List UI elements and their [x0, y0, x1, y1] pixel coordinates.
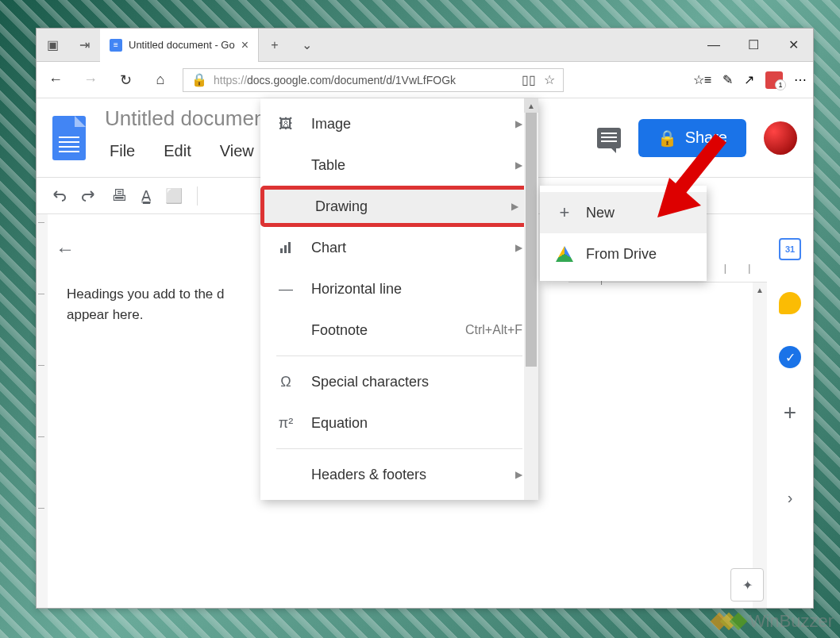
pi-icon: π² [276, 415, 295, 432]
minimize-button[interactable]: — [694, 29, 734, 62]
explore-button[interactable]: ✦ [730, 568, 764, 601]
watermark: WinBuzzer [716, 611, 834, 632]
docs-app: Untitled document File Edit View Insert … [37, 98, 813, 608]
browser-tab-bar: ▣ ⇥ ≡ Untitled document - Go × + ⌄ — ☐ ✕ [37, 29, 813, 62]
side-panel: 31 ✓ + › [767, 214, 813, 507]
url-text: https://docs.google.com/document/d/1VwLf… [214, 74, 456, 86]
tab-chevron-icon[interactable]: ⌄ [291, 37, 322, 52]
submenu-arrow-icon: ▶ [515, 160, 522, 171]
menu-view[interactable]: View [215, 139, 259, 170]
insert-equation[interactable]: π² Equation [260, 402, 538, 444]
insert-footnote-label: Footnote [311, 322, 368, 339]
new-tab-button[interactable]: + [259, 38, 291, 52]
drive-icon [556, 246, 573, 262]
undo-icon[interactable] [51, 186, 67, 206]
right-scrollbar[interactable]: ▲ [753, 282, 767, 608]
spellcheck-icon[interactable]: A̲ [141, 187, 151, 205]
forward-button[interactable]: → [78, 67, 103, 93]
url-input[interactable]: 🔒 https://docs.google.com/document/d/1Vw… [183, 68, 564, 92]
menu-file[interactable]: File [105, 139, 140, 170]
insert-hf-label: Headers & footers [311, 467, 426, 483]
insert-drawing-label: Drawing [315, 198, 368, 215]
svg-rect-2 [288, 242, 291, 253]
chart-icon [276, 240, 295, 255]
share-label: Share [685, 129, 727, 147]
insert-equation-label: Equation [311, 415, 368, 432]
lock-icon: 🔒 [657, 129, 677, 148]
insert-footnote[interactable]: Footnote Ctrl+Alt+F [260, 309, 538, 351]
settings-menu-icon[interactable]: ⋯ [794, 72, 807, 87]
add-addon-icon[interactable]: + [784, 400, 796, 425]
svg-rect-0 [280, 248, 283, 253]
insert-chart-label: Chart [311, 240, 346, 256]
plus-icon: + [556, 202, 573, 223]
docs-favicon-icon: ≡ [110, 39, 122, 52]
watermark-text: WinBuzzer [749, 611, 834, 632]
outline-panel: ← Headings you add to the d appear here. [37, 214, 259, 608]
insert-chart[interactable]: Chart ▶ [260, 227, 538, 268]
share-button[interactable]: 🔒 Share [638, 119, 746, 157]
submenu-arrow-icon: ▶ [515, 118, 522, 129]
insert-table[interactable]: Table ▶ [260, 144, 538, 186]
outline-hint-text: Headings you add to the d appear here. [67, 284, 240, 325]
outline-back-icon[interactable]: ← [56, 238, 240, 260]
insert-horizontal-line[interactable]: — Horizontal line [260, 268, 538, 309]
tab-title: Untitled document - Go [129, 39, 235, 51]
comments-icon[interactable] [597, 128, 621, 148]
tasks-icon[interactable]: ✓ [779, 346, 801, 368]
drawing-submenu: + New From Drive [540, 186, 707, 281]
insert-image-label: Image [311, 116, 351, 133]
set-aside-icon[interactable]: ⇥ [68, 29, 100, 62]
tab-actions-icon[interactable]: ▣ [37, 29, 68, 62]
notes-icon[interactable]: ✎ [722, 72, 733, 87]
image-icon: 🖼 [276, 116, 295, 133]
redo-icon[interactable] [81, 186, 97, 206]
insert-dropdown: 🖼 Image ▶ Table ▶ Drawing ▶ Chart ▶ — [260, 98, 538, 500]
browser-tab[interactable]: ≡ Untitled document - Go × [100, 29, 259, 62]
favorites-icon[interactable]: ☆≡ [693, 72, 711, 87]
drawing-new-label: New [586, 205, 615, 221]
scroll-thumb[interactable] [526, 113, 537, 367]
docs-logo-icon[interactable] [52, 116, 86, 160]
submenu-arrow-icon: ▶ [515, 469, 522, 480]
insert-image[interactable]: 🖼 Image ▶ [260, 103, 538, 144]
account-avatar[interactable] [764, 121, 797, 155]
insert-table-label: Table [311, 157, 345, 174]
share-icon[interactable]: ↗ [744, 72, 754, 87]
scroll-up-icon[interactable]: ▲ [524, 98, 538, 113]
insert-special-chars[interactable]: Ω Special characters [260, 361, 538, 402]
paint-format-icon[interactable]: ⬜ [165, 187, 183, 205]
insert-headers-footers[interactable]: Headers & footers ▶ [260, 454, 538, 495]
collapse-panel-icon[interactable]: › [788, 489, 793, 507]
maximize-button[interactable]: ☐ [734, 29, 773, 62]
browser-window: ▣ ⇥ ≡ Untitled document - Go × + ⌄ — ☐ ✕… [36, 28, 814, 609]
scroll-up-icon[interactable]: ▲ [753, 282, 767, 297]
submenu-arrow-icon: ▶ [511, 201, 518, 212]
print-icon[interactable]: 🖶 [111, 186, 127, 205]
back-button[interactable]: ← [43, 67, 68, 93]
left-ruler [37, 214, 48, 608]
dropdown-scrollbar[interactable]: ▲ [524, 98, 538, 500]
reading-view-icon[interactable]: ▯▯ [522, 72, 536, 87]
footnote-shortcut: Ctrl+Alt+F [465, 323, 522, 337]
horizontal-line-icon: — [276, 281, 295, 298]
drawing-drive-label: From Drive [586, 246, 657, 263]
menu-edit[interactable]: Edit [159, 139, 195, 170]
close-window-button[interactable]: ✕ [773, 29, 813, 62]
insert-special-label: Special characters [311, 374, 429, 390]
drawing-from-drive[interactable]: From Drive [540, 233, 707, 275]
home-button[interactable]: ⌂ [148, 67, 173, 93]
extension-badge-icon[interactable] [765, 71, 783, 89]
omega-icon: Ω [276, 374, 295, 390]
drawing-new[interactable]: + New [540, 192, 707, 233]
favorite-icon[interactable]: ☆ [544, 72, 555, 87]
svg-rect-1 [284, 245, 287, 253]
calendar-icon[interactable]: 31 [779, 238, 801, 260]
submenu-arrow-icon: ▶ [515, 242, 522, 253]
close-tab-icon[interactable]: × [241, 38, 249, 52]
keep-icon[interactable] [779, 292, 801, 314]
refresh-button[interactable]: ↻ [113, 67, 138, 93]
lock-icon: 🔒 [191, 72, 207, 87]
address-bar: ← → ↻ ⌂ 🔒 https://docs.google.com/docume… [37, 62, 813, 98]
insert-drawing[interactable]: Drawing ▶ [260, 186, 538, 227]
